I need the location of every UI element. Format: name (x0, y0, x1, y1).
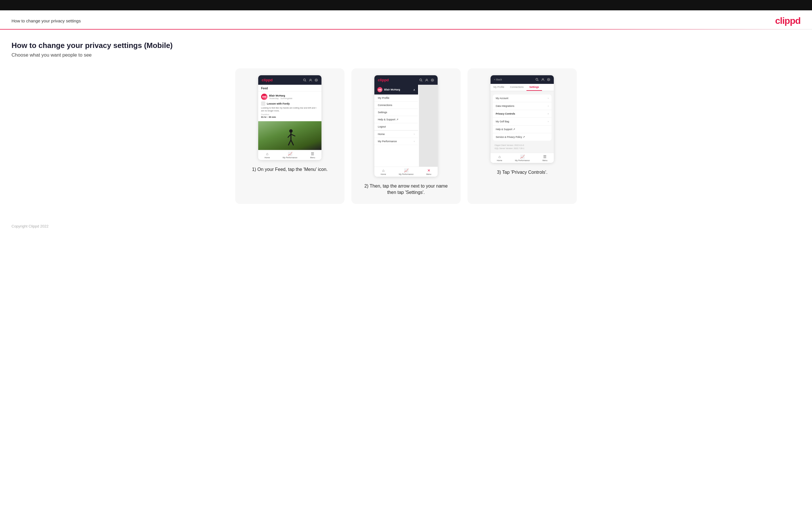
feed-lesson-row: Lesson with Fordy (261, 101, 318, 106)
menu-item-help[interactable]: Help & Support ↗ (374, 116, 418, 123)
settings-item-account-label: My Account (496, 97, 508, 100)
menu-chevron-icon: ∧ (413, 88, 415, 91)
user-icon-3 (541, 78, 545, 81)
nav-3-performance[interactable]: 📈 My Performance (515, 155, 529, 161)
menu-item-profile[interactable]: My Profile (374, 95, 418, 102)
settings-item-golfbag[interactable]: My Golf Bag › (493, 118, 552, 125)
step-3-phone: < Back (491, 75, 554, 163)
feed-lesson-title: Lesson with Fordy (267, 102, 290, 105)
menu-icon: ☰ (311, 152, 314, 156)
golfer-figure (286, 129, 297, 148)
tab-my-profile[interactable]: My Profile (491, 84, 507, 91)
nav-2-menu-close[interactable]: ✕ Menu (426, 168, 431, 175)
settings-item-help[interactable]: Help & Support ↗ (493, 125, 552, 133)
settings-item-integrations-label: Data Integrations (496, 105, 514, 107)
svg-point-16 (536, 78, 538, 80)
phone-1-icons (303, 78, 318, 82)
phone-2-icons (419, 78, 434, 82)
nav-performance-label: My Performance (283, 157, 297, 159)
settings-item-help-label: Help & Support ↗ (496, 128, 515, 131)
menu-avatar: BM (377, 87, 383, 92)
step-1-phone: clippd (258, 75, 321, 160)
svg-point-19 (548, 79, 549, 80)
svg-line-8 (291, 134, 295, 136)
nav-home[interactable]: ⌂ Home (264, 152, 270, 159)
page-subheading: Choose what you want people to see (11, 52, 801, 58)
close-icon: ✕ (427, 168, 430, 173)
feed-bg (419, 85, 438, 167)
version-line1: Clippd Client Version: 2022.8.3-3 (495, 144, 550, 147)
settings-icon-2 (431, 78, 434, 82)
feed-golf-image (258, 121, 321, 150)
svg-line-10 (291, 140, 294, 145)
menu-item-connections[interactable]: Connections (374, 102, 418, 109)
svg-line-17 (538, 80, 539, 81)
page-heading: How to change your privacy settings (Mob… (11, 41, 801, 50)
settings-version: Clippd Client Version: 2022.8.3-3 GQL Se… (491, 141, 554, 153)
settings-item-privacy[interactable]: Privacy Controls › (493, 110, 552, 118)
step-2-phone: clippd (374, 75, 438, 177)
nav-2-home-label: Home (381, 173, 386, 175)
menu-item-logout[interactable]: Logout (374, 123, 418, 130)
step-2-caption: 2) Then, tap the arrow next to your name… (360, 183, 452, 196)
settings-chevron-privacy: › (548, 112, 549, 115)
settings-item-privacy-policy-label: Service & Privacy Policy ↗ (496, 135, 525, 138)
nav-performance[interactable]: 📈 My Performance (283, 152, 297, 159)
settings-item-golfbag-label: My Golf Bag (496, 120, 509, 123)
step-1-card: clippd (235, 68, 345, 204)
nav-3-menu[interactable]: ☰ Menu (542, 155, 548, 161)
user-icon-2 (425, 78, 428, 82)
settings-item-integrations[interactable]: Data Integrations › (493, 102, 552, 110)
nav-3-home-label: Home (497, 159, 502, 161)
svg-point-14 (432, 79, 433, 81)
settings-body: My Account › Data Integrations › Privacy… (491, 91, 554, 153)
menu-item-settings[interactable]: Settings (374, 109, 418, 116)
settings-chevron-integrations: › (548, 105, 549, 107)
main-content: How to change your privacy settings (Mob… (0, 30, 812, 215)
menu-user-row[interactable]: BM Blair McHarg ∧ (374, 85, 418, 95)
settings-item-account[interactable]: My Account › (493, 95, 552, 102)
search-icon (303, 78, 306, 82)
svg-line-12 (421, 80, 422, 81)
nav-2-performance[interactable]: 📈 My Performance (399, 168, 413, 175)
phone-3-icons (536, 78, 550, 81)
menu-nav-home[interactable]: Home › (374, 131, 418, 138)
nav-menu-label: Menu (310, 157, 315, 159)
search-icon-2 (419, 78, 423, 82)
menu-username: Blair McHarg (384, 88, 400, 91)
nav-2-performance-label: My Performance (399, 173, 413, 175)
back-button[interactable]: < Back (494, 78, 502, 81)
home-icon-3: ⌂ (498, 155, 501, 159)
nav-2-home[interactable]: ⌂ Home (381, 168, 386, 175)
feed-date: Yesterday · Sunningdale (269, 97, 293, 100)
svg-point-0 (304, 79, 306, 81)
menu-nav-performance[interactable]: My Performance › (374, 138, 418, 145)
step-2-card: clippd (351, 68, 461, 204)
settings-item-privacy-policy[interactable]: Service & Privacy Policy ↗ (493, 133, 552, 141)
version-line2: GQL Server Version: 2022.7.30-1 (495, 147, 550, 150)
feed-post: BM Blair McHarg Yesterday · Sunningdale … (258, 91, 321, 119)
settings-tabs: My Profile Connections Settings (491, 84, 554, 91)
header-title: How to change your privacy settings (11, 18, 81, 23)
header: How to change your privacy settings clip… (0, 10, 812, 29)
tab-connections[interactable]: Connections (507, 84, 526, 91)
home-icon-2: ⌂ (382, 168, 385, 173)
svg-point-4 (315, 79, 318, 81)
nav-menu[interactable]: ☰ Menu (310, 152, 315, 159)
feed-desc: Looking to feel like my hands are exitin… (261, 107, 318, 112)
nav-3-home[interactable]: ⌂ Home (497, 155, 502, 161)
settings-chevron-account: › (548, 97, 549, 100)
search-icon-3 (536, 78, 539, 81)
phone-2-header: clippd (374, 75, 438, 85)
menu-screen: BM Blair McHarg ∧ My Profile Connections… (374, 85, 438, 167)
logo: clippd (775, 15, 801, 26)
feed-username: Blair McHarg (269, 94, 293, 97)
phone-2-logo: clippd (378, 78, 389, 82)
svg-line-1 (305, 80, 306, 81)
menu-panel: BM Blair McHarg ∧ My Profile Connections… (374, 85, 418, 145)
tab-settings[interactable]: Settings (526, 84, 542, 91)
performance-icon-2: 📈 (404, 168, 409, 173)
svg-point-11 (420, 79, 422, 81)
feed-tab: Feed (258, 85, 321, 91)
footer: Copyright Clippd 2022 (0, 215, 812, 235)
